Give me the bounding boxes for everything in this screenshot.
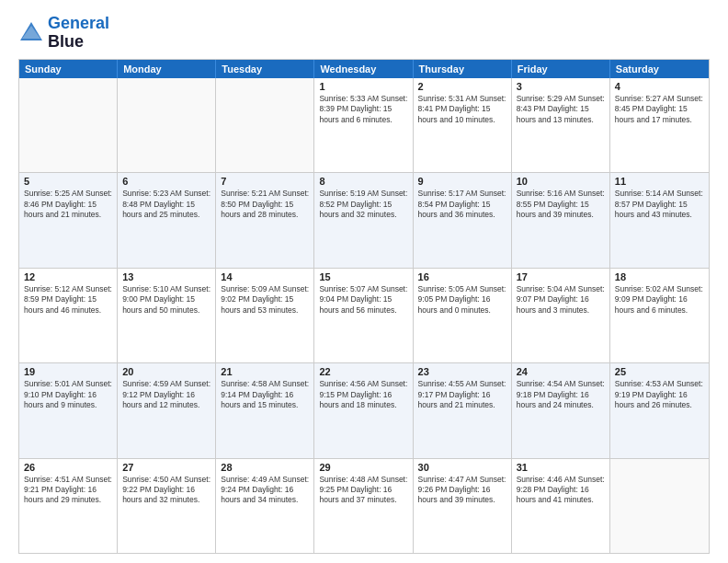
day-info: Sunrise: 4:55 AM Sunset: 9:17 PM Dayligh… — [418, 379, 506, 410]
day-cell-29: 29Sunrise: 4:48 AM Sunset: 9:25 PM Dayli… — [314, 459, 413, 553]
day-cell-30: 30Sunrise: 4:47 AM Sunset: 9:26 PM Dayli… — [414, 459, 512, 553]
day-info: Sunrise: 4:53 AM Sunset: 9:19 PM Dayligh… — [615, 379, 704, 410]
day-number: 25 — [615, 366, 704, 377]
day-info: Sunrise: 5:07 AM Sunset: 9:04 PM Dayligh… — [319, 284, 407, 316]
day-number: 22 — [319, 366, 407, 377]
day-number: 8 — [319, 176, 407, 187]
day-number: 9 — [418, 176, 506, 187]
calendar-row-1: 5Sunrise: 5:25 AM Sunset: 8:46 PM Daylig… — [19, 172, 709, 267]
day-cell-24: 24Sunrise: 4:54 AM Sunset: 9:18 PM Dayli… — [512, 363, 610, 457]
day-info: Sunrise: 4:56 AM Sunset: 9:15 PM Dayligh… — [319, 379, 407, 410]
day-number: 18 — [615, 271, 704, 282]
day-number: 12 — [24, 271, 112, 282]
day-cell-11: 11Sunrise: 5:14 AM Sunset: 8:57 PM Dayli… — [610, 173, 709, 267]
day-info: Sunrise: 5:16 AM Sunset: 8:55 PM Dayligh… — [517, 189, 605, 220]
day-number: 30 — [418, 462, 506, 473]
day-number: 26 — [24, 462, 112, 473]
day-cell-18: 18Sunrise: 5:02 AM Sunset: 9:09 PM Dayli… — [610, 269, 709, 362]
day-number: 3 — [517, 81, 605, 92]
header-day-thursday: Thursday — [414, 60, 512, 78]
day-cell-4: 4Sunrise: 5:27 AM Sunset: 8:45 PM Daylig… — [610, 78, 709, 172]
calendar-row-3: 19Sunrise: 5:01 AM Sunset: 9:10 PM Dayli… — [19, 362, 709, 457]
day-cell-9: 9Sunrise: 5:17 AM Sunset: 8:54 PM Daylig… — [414, 173, 512, 267]
day-info: Sunrise: 5:27 AM Sunset: 8:45 PM Dayligh… — [615, 94, 704, 125]
day-info: Sunrise: 4:59 AM Sunset: 9:12 PM Dayligh… — [122, 379, 210, 410]
day-number: 21 — [221, 366, 309, 377]
day-cell-12: 12Sunrise: 5:12 AM Sunset: 8:59 PM Dayli… — [19, 269, 118, 362]
day-number: 29 — [319, 462, 407, 473]
day-info: Sunrise: 5:10 AM Sunset: 9:00 PM Dayligh… — [122, 284, 210, 316]
day-info: Sunrise: 5:05 AM Sunset: 9:05 PM Dayligh… — [418, 284, 506, 316]
day-number: 11 — [615, 176, 704, 187]
day-cell-7: 7Sunrise: 5:21 AM Sunset: 8:50 PM Daylig… — [216, 173, 314, 267]
day-info: Sunrise: 5:21 AM Sunset: 8:50 PM Dayligh… — [221, 189, 309, 220]
day-cell-10: 10Sunrise: 5:16 AM Sunset: 8:55 PM Dayli… — [512, 173, 610, 267]
day-info: Sunrise: 5:25 AM Sunset: 8:46 PM Dayligh… — [24, 189, 112, 220]
day-info: Sunrise: 5:12 AM Sunset: 8:59 PM Dayligh… — [24, 284, 112, 316]
day-info: Sunrise: 4:49 AM Sunset: 9:24 PM Dayligh… — [221, 475, 309, 506]
day-cell-8: 8Sunrise: 5:19 AM Sunset: 8:52 PM Daylig… — [314, 173, 413, 267]
calendar-row-4: 26Sunrise: 4:51 AM Sunset: 9:21 PM Dayli… — [19, 458, 709, 553]
day-number: 28 — [221, 462, 309, 473]
day-info: Sunrise: 5:14 AM Sunset: 8:57 PM Dayligh… — [615, 189, 704, 220]
day-number: 6 — [122, 176, 210, 187]
day-cell-28: 28Sunrise: 4:49 AM Sunset: 9:24 PM Dayli… — [216, 459, 314, 553]
header-day-friday: Friday — [512, 60, 610, 78]
day-number: 16 — [418, 271, 506, 282]
header: General Blue — [18, 15, 710, 52]
day-number: 14 — [221, 271, 309, 282]
day-cell-27: 27Sunrise: 4:50 AM Sunset: 9:22 PM Dayli… — [118, 459, 216, 553]
empty-cell-0-1 — [118, 78, 216, 172]
day-info: Sunrise: 4:48 AM Sunset: 9:25 PM Dayligh… — [319, 475, 407, 506]
day-number: 27 — [122, 462, 210, 473]
day-number: 31 — [517, 462, 605, 473]
calendar-body: 1Sunrise: 5:33 AM Sunset: 8:39 PM Daylig… — [19, 78, 709, 553]
day-number: 2 — [418, 81, 506, 92]
day-cell-14: 14Sunrise: 5:09 AM Sunset: 9:02 PM Dayli… — [216, 269, 314, 362]
header-day-tuesday: Tuesday — [216, 60, 314, 78]
empty-cell-0-0 — [19, 78, 118, 172]
day-info: Sunrise: 5:29 AM Sunset: 8:43 PM Dayligh… — [517, 94, 605, 125]
day-info: Sunrise: 5:33 AM Sunset: 8:39 PM Dayligh… — [319, 94, 407, 125]
header-day-wednesday: Wednesday — [314, 60, 413, 78]
logo-text: General Blue — [48, 15, 109, 52]
day-cell-17: 17Sunrise: 5:04 AM Sunset: 9:07 PM Dayli… — [512, 269, 610, 362]
day-info: Sunrise: 4:50 AM Sunset: 9:22 PM Dayligh… — [122, 475, 210, 506]
empty-cell-0-2 — [216, 78, 314, 172]
day-info: Sunrise: 4:54 AM Sunset: 9:18 PM Dayligh… — [517, 379, 605, 410]
day-info: Sunrise: 4:46 AM Sunset: 9:28 PM Dayligh… — [517, 475, 605, 506]
day-cell-21: 21Sunrise: 4:58 AM Sunset: 9:14 PM Dayli… — [216, 363, 314, 457]
day-cell-19: 19Sunrise: 5:01 AM Sunset: 9:10 PM Dayli… — [19, 363, 118, 457]
day-number: 15 — [319, 271, 407, 282]
day-info: Sunrise: 4:47 AM Sunset: 9:26 PM Dayligh… — [418, 475, 506, 506]
day-number: 20 — [122, 366, 210, 377]
day-number: 7 — [221, 176, 309, 187]
day-cell-23: 23Sunrise: 4:55 AM Sunset: 9:17 PM Dayli… — [414, 363, 512, 457]
day-number: 1 — [319, 81, 407, 92]
day-info: Sunrise: 5:23 AM Sunset: 8:48 PM Dayligh… — [122, 189, 210, 220]
day-info: Sunrise: 5:04 AM Sunset: 9:07 PM Dayligh… — [517, 284, 605, 316]
day-number: 5 — [24, 176, 112, 187]
day-cell-15: 15Sunrise: 5:07 AM Sunset: 9:04 PM Dayli… — [314, 269, 413, 362]
day-cell-2: 2Sunrise: 5:31 AM Sunset: 8:41 PM Daylig… — [414, 78, 512, 172]
day-number: 19 — [24, 366, 112, 377]
empty-cell-4-6 — [610, 459, 709, 553]
day-info: Sunrise: 5:09 AM Sunset: 9:02 PM Dayligh… — [221, 284, 309, 316]
svg-marker-1 — [22, 26, 40, 39]
day-number: 4 — [615, 81, 704, 92]
day-info: Sunrise: 5:01 AM Sunset: 9:10 PM Dayligh… — [24, 379, 112, 410]
page: General Blue SundayMondayTuesdayWednesda… — [0, 0, 728, 563]
day-cell-22: 22Sunrise: 4:56 AM Sunset: 9:15 PM Dayli… — [314, 363, 413, 457]
header-day-monday: Monday — [118, 60, 216, 78]
header-day-sunday: Sunday — [19, 60, 118, 78]
day-cell-5: 5Sunrise: 5:25 AM Sunset: 8:46 PM Daylig… — [19, 173, 118, 267]
day-cell-3: 3Sunrise: 5:29 AM Sunset: 8:43 PM Daylig… — [512, 78, 610, 172]
day-info: Sunrise: 5:02 AM Sunset: 9:09 PM Dayligh… — [615, 284, 704, 316]
calendar-row-2: 12Sunrise: 5:12 AM Sunset: 8:59 PM Dayli… — [19, 268, 709, 362]
day-cell-16: 16Sunrise: 5:05 AM Sunset: 9:05 PM Dayli… — [414, 269, 512, 362]
day-cell-1: 1Sunrise: 5:33 AM Sunset: 8:39 PM Daylig… — [314, 78, 413, 172]
day-cell-6: 6Sunrise: 5:23 AM Sunset: 8:48 PM Daylig… — [118, 173, 216, 267]
logo: General Blue — [18, 15, 109, 52]
logo-icon — [18, 20, 44, 46]
day-number: 10 — [517, 176, 605, 187]
